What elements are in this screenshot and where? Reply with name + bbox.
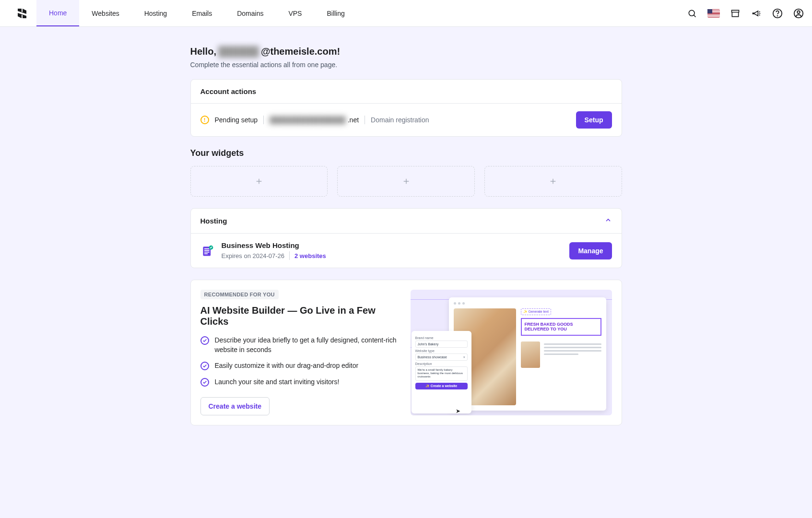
divider <box>289 251 290 260</box>
hosting-plan-row: Business Web Hosting Expires on 2024-07-… <box>200 241 612 260</box>
topbar: Home Websites Hosting Emails Domains VPS… <box>0 0 812 27</box>
illus-type-label: Website type <box>415 349 468 353</box>
hosting-header[interactable]: Hosting <box>191 209 622 234</box>
plus-icon <box>255 177 263 185</box>
hosting-section-title: Hosting <box>200 217 227 225</box>
hosting-expires: Expires on 2024-07-26 <box>222 252 285 259</box>
feature-item: Easily customize it with our drag-and-dr… <box>200 361 399 371</box>
svg-rect-15 <box>204 251 210 252</box>
feature-item: Describe your idea briefly to get a full… <box>200 336 399 354</box>
store-icon[interactable] <box>730 8 741 19</box>
illus-desc-label: Description <box>415 362 468 365</box>
create-website-button[interactable]: Create a website <box>200 397 270 415</box>
greeting-prefix: Hello, <box>190 46 216 57</box>
svg-line-1 <box>694 15 695 17</box>
feature-list: Describe your idea briefly to get a full… <box>200 336 399 387</box>
feature-text: Launch your site and start inviting visi… <box>215 377 340 387</box>
main-content: Hello, ██████ @themeisle.com! Complete t… <box>190 27 622 454</box>
pending-status-label: Pending setup <box>215 116 258 124</box>
illus-preview-window: ✨ Generate text FRESH BAKED GOODS DELIVE… <box>449 297 606 411</box>
hosting-plan-name: Business Web Hosting <box>222 241 326 249</box>
feature-text: Easily customize it with our drag-and-dr… <box>215 361 359 371</box>
add-widget-slot[interactable] <box>190 166 328 197</box>
divider <box>263 116 264 124</box>
main-nav: Home Websites Hosting Emails Domains VPS… <box>36 0 357 26</box>
ai-builder-illustration: ✨ Generate text FRESH BAKED GOODS DELIVE… <box>411 290 612 415</box>
help-icon[interactable] <box>772 8 783 19</box>
illus-brand-input: John's Bakery <box>415 341 468 348</box>
svg-rect-16 <box>204 253 208 254</box>
domain-name-masked: ████████████████ <box>270 116 346 124</box>
illus-type-select: Business showcase <box>415 353 468 361</box>
greeting-user-masked: ██████ <box>218 46 259 57</box>
nav-websites[interactable]: Websites <box>79 0 131 26</box>
search-icon[interactable] <box>686 8 698 19</box>
illus-desc-input: We're a small family bakery business, ba… <box>415 366 468 381</box>
account-actions-card: Account actions ! Pending setup ████████… <box>190 79 622 137</box>
recommendation-card: RECOMMENDED FOR YOU AI Website Builder —… <box>190 280 622 425</box>
setup-button[interactable]: Setup <box>576 111 612 129</box>
svg-rect-13 <box>204 248 210 249</box>
add-widget-slot[interactable] <box>484 166 622 197</box>
plus-icon <box>549 177 557 185</box>
svg-rect-14 <box>204 250 210 251</box>
domain-suffix: .net <box>348 116 359 124</box>
page-subtitle: Complete the essential actions all from … <box>190 61 622 69</box>
chevron-up-icon[interactable] <box>604 216 612 225</box>
pending-action-row: ! Pending setup ████████████████ .net Do… <box>200 111 612 129</box>
illus-generate-text-btn: ✨ Generate text <box>521 308 551 315</box>
check-icon <box>200 336 209 345</box>
action-type-label: Domain registration <box>371 116 429 124</box>
recommended-badge: RECOMMENDED FOR YOU <box>200 290 279 299</box>
feature-text: Describe your idea briefly to get a full… <box>215 336 399 354</box>
hosting-card: Hosting Bu <box>190 208 622 268</box>
check-icon <box>200 378 209 387</box>
nav-emails[interactable]: Emails <box>179 0 224 26</box>
illus-create-btn: ✨ Create a website <box>415 383 468 389</box>
illus-brand-label: Brand name <box>415 336 468 340</box>
nav-hosting[interactable]: Hosting <box>132 0 179 26</box>
language-flag-us[interactable] <box>707 9 720 18</box>
topbar-right <box>686 8 804 19</box>
illus-form-window: Brand name John's Bakery Website type Bu… <box>412 331 471 413</box>
account-actions-title: Account actions <box>200 87 257 95</box>
nav-domains[interactable]: Domains <box>224 0 276 26</box>
manage-button[interactable]: Manage <box>569 242 612 259</box>
svg-point-0 <box>689 10 694 16</box>
greeting-suffix: @themeisle.com! <box>261 46 340 57</box>
nav-home[interactable]: Home <box>36 0 79 26</box>
greeting: Hello, ██████ @themeisle.com! <box>190 46 622 57</box>
cursor-icon: ➤ <box>456 408 460 414</box>
hosting-plan-icon <box>200 244 215 258</box>
illus-headline: FRESH BAKED GOODS DELIVERED TO YOU <box>521 318 601 336</box>
nav-billing[interactable]: Billing <box>314 0 357 26</box>
logo[interactable] <box>8 8 36 19</box>
warning-icon: ! <box>200 116 209 124</box>
widgets-title: Your widgets <box>190 148 622 158</box>
add-widget-slot[interactable] <box>337 166 475 197</box>
account-actions-header: Account actions <box>191 80 622 104</box>
account-icon[interactable] <box>793 8 804 19</box>
nav-vps[interactable]: VPS <box>276 0 314 26</box>
check-icon <box>200 362 209 370</box>
divider <box>365 116 365 124</box>
plus-icon <box>402 177 410 185</box>
illus-thumb <box>521 341 540 368</box>
svg-point-3 <box>777 15 778 16</box>
hostinger-logo-icon <box>16 8 28 19</box>
svg-point-5 <box>797 11 800 13</box>
websites-count-link[interactable]: 2 websites <box>294 252 326 259</box>
recommend-title: AI Website Builder — Go Live in a Few Cl… <box>200 305 399 327</box>
widgets-grid <box>190 166 622 197</box>
feature-item: Launch your site and start inviting visi… <box>200 377 399 387</box>
announcements-icon[interactable] <box>751 8 762 19</box>
